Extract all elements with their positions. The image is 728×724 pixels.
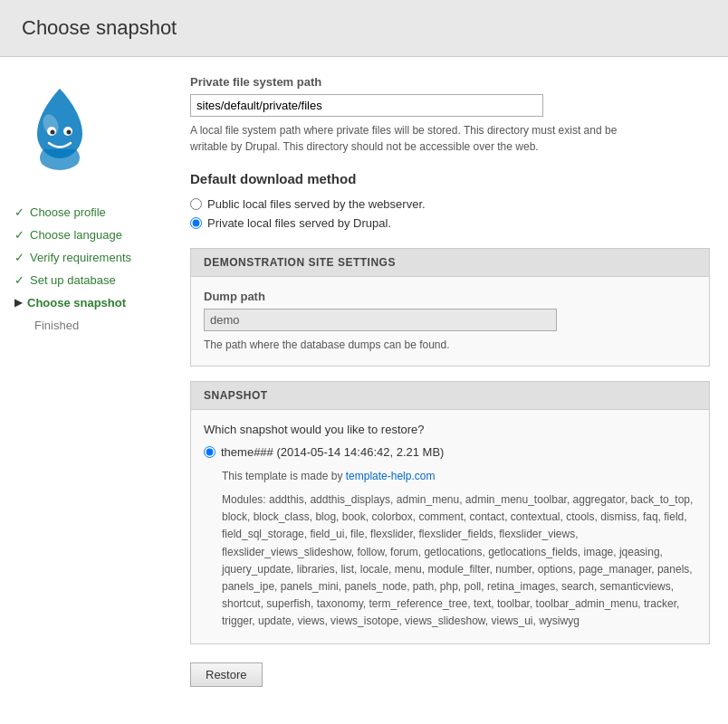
- download-private-option[interactable]: Private local files served by Drupal.: [190, 216, 710, 230]
- main-layout: ✓Choose profile✓Choose language✓Verify r…: [0, 57, 728, 723]
- checkmark-icon: ✓: [14, 205, 24, 219]
- sidebar-item-label: Choose profile: [30, 205, 106, 219]
- dump-path-input[interactable]: [204, 309, 557, 331]
- private-path-label: Private file system path: [190, 75, 710, 89]
- dump-path-description: The path where the database dumps can be…: [204, 337, 656, 353]
- checkmark-icon: ✓: [14, 251, 24, 264]
- dump-path-label: Dump path: [204, 290, 696, 303]
- snapshot-option[interactable]: theme### (2014-05-14 14:46:42, 2.21 MB): [204, 445, 696, 459]
- sidebar-item-label: Finished: [34, 319, 79, 332]
- sidebar: ✓Choose profile✓Choose language✓Verify r…: [0, 75, 181, 705]
- download-private-radio[interactable]: [190, 217, 202, 229]
- sidebar-item-label: Set up database: [30, 273, 116, 287]
- snapshot-radio[interactable]: [204, 446, 216, 458]
- sidebar-item-verify-requirements[interactable]: ✓Verify requirements: [14, 246, 167, 269]
- snapshot-box: SNAPSHOT Which snapshot would you like t…: [190, 381, 710, 644]
- page-header: Choose snapshot: [0, 0, 728, 57]
- download-public-radio[interactable]: [190, 198, 202, 210]
- demo-site-box: DEMONSTRATION SITE SETTINGS Dump path Th…: [190, 248, 710, 367]
- sidebar-item-choose-snapshot[interactable]: ▶Choose snapshot: [14, 291, 167, 314]
- snapshot-header: SNAPSHOT: [191, 382, 709, 410]
- snapshot-detail: This template is made by template-help.c…: [222, 468, 696, 631]
- download-method-section: Default download method Public local fil…: [190, 171, 710, 230]
- template-text: This template is made by: [222, 470, 346, 482]
- download-public-option[interactable]: Public local files served by the webserv…: [190, 197, 710, 211]
- download-method-label: Default download method: [190, 171, 710, 186]
- download-public-label: Public local files served by the webserv…: [207, 197, 426, 211]
- checkmark-icon: ✓: [14, 228, 24, 242]
- snapshot-label: theme### (2014-05-14 14:46:42, 2.21 MB): [221, 445, 444, 459]
- sidebar-item-set-up-database[interactable]: ✓Set up database: [14, 269, 167, 291]
- snapshot-question: Which snapshot would you like to restore…: [204, 423, 696, 436]
- checkmark-icon: ✓: [14, 273, 24, 287]
- svg-point-3: [51, 130, 55, 135]
- sidebar-item-choose-profile[interactable]: ✓Choose profile: [14, 201, 167, 224]
- arrow-icon: ▶: [14, 297, 22, 309]
- sidebar-item-choose-language[interactable]: ✓Choose language: [14, 224, 167, 246]
- sidebar-item-label: Verify requirements: [30, 251, 131, 264]
- main-content: Private file system path A local file sy…: [181, 75, 728, 705]
- snapshot-content: Which snapshot would you like to restore…: [191, 410, 709, 643]
- demo-site-content: Dump path The path where the database du…: [191, 277, 709, 366]
- sidebar-item-label: Choose language: [30, 228, 122, 242]
- drupal-logo: [14, 84, 105, 184]
- private-path-section: Private file system path A local file sy…: [190, 75, 710, 155]
- private-path-description: A local file system path where private f…: [190, 122, 643, 155]
- private-path-input[interactable]: [190, 94, 543, 117]
- sidebar-item-label: Choose snapshot: [27, 296, 126, 310]
- demo-site-header: DEMONSTRATION SITE SETTINGS: [191, 249, 709, 277]
- template-link[interactable]: template-help.com: [346, 470, 436, 482]
- download-method-options: Public local files served by the webserv…: [190, 197, 710, 230]
- download-private-label: Private local files served by Drupal.: [207, 216, 391, 230]
- sidebar-item-finished: Finished: [14, 314, 167, 337]
- svg-point-4: [67, 130, 72, 135]
- page-title: Choose snapshot: [22, 16, 706, 40]
- restore-button[interactable]: Restore: [190, 662, 263, 687]
- sidebar-nav: ✓Choose profile✓Choose language✓Verify r…: [14, 201, 167, 337]
- modules-text: Modules: addthis, addthis_displays, admi…: [222, 491, 696, 631]
